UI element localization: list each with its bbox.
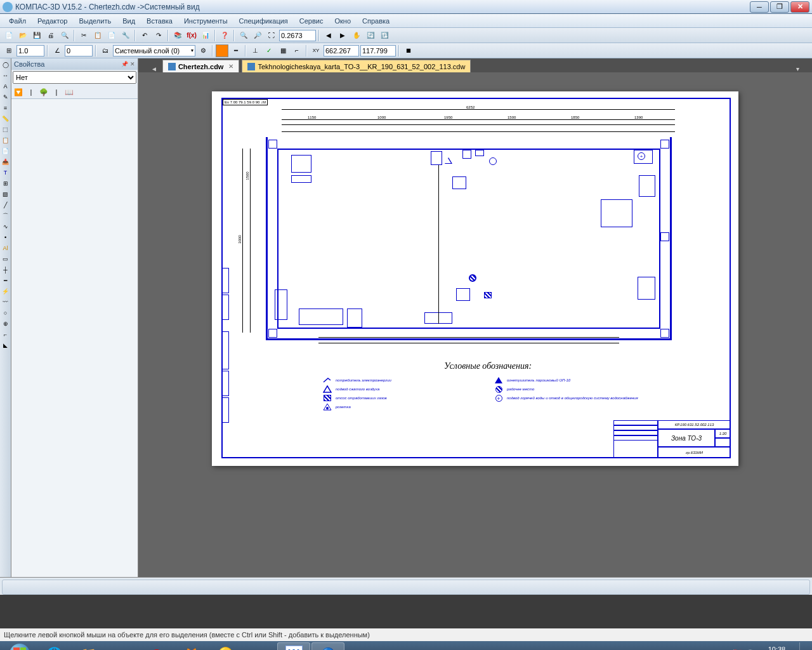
- zoom-next-icon[interactable]: ▶: [336, 29, 349, 42]
- open-icon[interactable]: 📂: [16, 29, 29, 42]
- rotate-icon[interactable]: 🔄: [364, 29, 377, 42]
- coord-x-input[interactable]: [324, 45, 359, 56]
- angle-icon[interactable]: ∠: [51, 44, 63, 57]
- zoom-prev-icon[interactable]: ◀: [322, 29, 335, 42]
- zoom-window-icon[interactable]: 🔍: [237, 29, 250, 42]
- rect-icon[interactable]: ▭: [1, 254, 11, 264]
- param-icon[interactable]: ≡: [1, 103, 11, 113]
- menu-file[interactable]: Файл: [4, 16, 31, 26]
- tab-inactive[interactable]: Tekhnologicheskaya_karta_TO-3__KR_190_63…: [242, 60, 471, 72]
- select-tool-icon[interactable]: ⬚: [1, 124, 11, 135]
- tray-clock[interactable]: 10:38 17.05.2016: [759, 646, 794, 650]
- zoom-in-icon[interactable]: 🔎: [251, 29, 264, 42]
- spec-tool-icon[interactable]: 📋: [1, 135, 11, 145]
- text-icon[interactable]: A: [1, 81, 11, 91]
- paste-icon[interactable]: 📄: [105, 29, 118, 42]
- canvas-viewport[interactable]: Ev 7.00 79.1 59.0 90 ↓M 6252 1150 1000 1…: [138, 72, 812, 577]
- menu-edit[interactable]: Редактор: [32, 16, 72, 26]
- local-cs-icon[interactable]: ⌐: [291, 44, 303, 57]
- taskbar-media[interactable]: ▶: [106, 642, 139, 650]
- menu-service[interactable]: Сервис: [294, 16, 329, 26]
- angle-input[interactable]: [65, 45, 93, 56]
- maximize-button[interactable]: ❐: [770, 1, 789, 13]
- zoom-input[interactable]: [279, 30, 316, 41]
- ortho-icon[interactable]: ⊥: [249, 44, 261, 57]
- refresh-icon[interactable]: 🔃: [378, 29, 391, 42]
- start-button[interactable]: [3, 642, 37, 650]
- cut-icon[interactable]: ✂: [77, 29, 90, 42]
- properties-selector[interactable]: Нет: [13, 71, 136, 84]
- end-icon[interactable]: ⏹: [402, 44, 415, 57]
- save-icon[interactable]: 💾: [30, 29, 43, 42]
- menu-select[interactable]: Выделить: [74, 16, 116, 26]
- insert-icon[interactable]: 📥: [1, 157, 11, 167]
- tab-active[interactable]: Chertezh.cdw ✕: [162, 60, 240, 72]
- layer-dropdown[interactable]: Системный слой (0): [113, 45, 195, 56]
- thick-icon[interactable]: ━: [1, 275, 11, 286]
- layer-mgr-icon[interactable]: ⚙: [197, 44, 209, 57]
- edit-icon[interactable]: ✎: [1, 92, 11, 102]
- snap-icon[interactable]: ✓: [263, 44, 275, 57]
- menu-view[interactable]: Вид: [117, 16, 140, 26]
- undo-icon[interactable]: ↶: [138, 29, 151, 42]
- measure-icon[interactable]: 📏: [1, 114, 11, 124]
- panel-pin-icon[interactable]: 📌 ✕: [121, 61, 135, 67]
- library-icon[interactable]: 📚: [171, 29, 184, 42]
- zoom-fit-icon[interactable]: ⛶: [265, 29, 278, 42]
- hatch-icon[interactable]: ▨: [1, 189, 11, 199]
- step-input[interactable]: [16, 45, 44, 56]
- aux-icon[interactable]: Al: [1, 243, 11, 253]
- report-icon[interactable]: 📄: [1, 146, 11, 156]
- pan-icon[interactable]: ✋: [350, 29, 363, 42]
- xy-icon[interactable]: XY: [310, 44, 322, 57]
- color-icon[interactable]: [216, 44, 228, 57]
- minimize-button[interactable]: ─: [750, 1, 769, 13]
- copy-icon[interactable]: 📋: [91, 29, 104, 42]
- step-icon[interactable]: ⊞: [3, 44, 15, 57]
- break-icon[interactable]: ⚡: [1, 286, 11, 296]
- taskbar-kompas[interactable]: 🔵: [311, 642, 344, 650]
- filter-icon[interactable]: 🔽: [13, 86, 24, 98]
- circle-icon[interactable]: ○: [1, 308, 11, 318]
- fx-icon[interactable]: f(x): [185, 29, 198, 42]
- vars-icon[interactable]: 📊: [199, 29, 212, 42]
- redo-icon[interactable]: ↷: [152, 29, 165, 42]
- text-t-icon[interactable]: T: [1, 168, 11, 178]
- taskbar-explorer[interactable]: 📁: [72, 642, 105, 650]
- table-icon[interactable]: ⊞: [1, 178, 11, 189]
- taskbar-opera[interactable]: O: [140, 642, 173, 650]
- show-desktop-button[interactable]: [799, 642, 804, 650]
- dim-icon[interactable]: ↔: [1, 70, 11, 81]
- print-icon[interactable]: 🖨: [44, 29, 57, 42]
- command-bar[interactable]: [2, 580, 810, 595]
- taskbar-chrome[interactable]: 🟡: [209, 642, 242, 650]
- spline-icon[interactable]: 〰: [1, 297, 11, 307]
- preview-icon[interactable]: 🔍: [58, 29, 71, 42]
- layer-icon[interactable]: 🗂: [99, 44, 112, 57]
- tangent-icon[interactable]: ⊕: [1, 319, 11, 329]
- menu-insert[interactable]: Вставка: [141, 16, 178, 26]
- new-icon[interactable]: 📄: [3, 29, 15, 42]
- coord-y-input[interactable]: [360, 45, 396, 56]
- tab-menu-icon[interactable]: ▾: [796, 65, 799, 72]
- line-icon[interactable]: ╱: [1, 200, 11, 210]
- tree-icon[interactable]: 🌳: [38, 86, 49, 98]
- fillet-icon[interactable]: ⌐: [1, 329, 11, 340]
- taskbar-ie[interactable]: 🌐: [37, 642, 70, 650]
- props-icon[interactable]: 🔧: [119, 29, 132, 42]
- menu-help[interactable]: Справка: [357, 16, 395, 26]
- menu-window[interactable]: Окно: [329, 16, 356, 26]
- help-icon[interactable]: ❓: [218, 29, 231, 42]
- book-icon[interactable]: 📖: [63, 86, 75, 98]
- arc-icon[interactable]: ⌒: [1, 211, 11, 221]
- tab-nav-left-icon[interactable]: ◄: [151, 65, 157, 72]
- grid-icon[interactable]: ▦: [277, 44, 289, 57]
- close-button[interactable]: ✕: [790, 1, 809, 13]
- taskbar-firefox[interactable]: 🦊: [174, 642, 207, 650]
- axis-icon[interactable]: ┼: [1, 265, 11, 275]
- point-icon[interactable]: •: [1, 232, 11, 242]
- menu-spec[interactable]: Спецификация: [234, 16, 293, 26]
- geometry-icon[interactable]: ◯: [1, 60, 11, 70]
- curves-icon[interactable]: ∿: [1, 222, 11, 232]
- tab-close-icon[interactable]: ✕: [228, 63, 233, 70]
